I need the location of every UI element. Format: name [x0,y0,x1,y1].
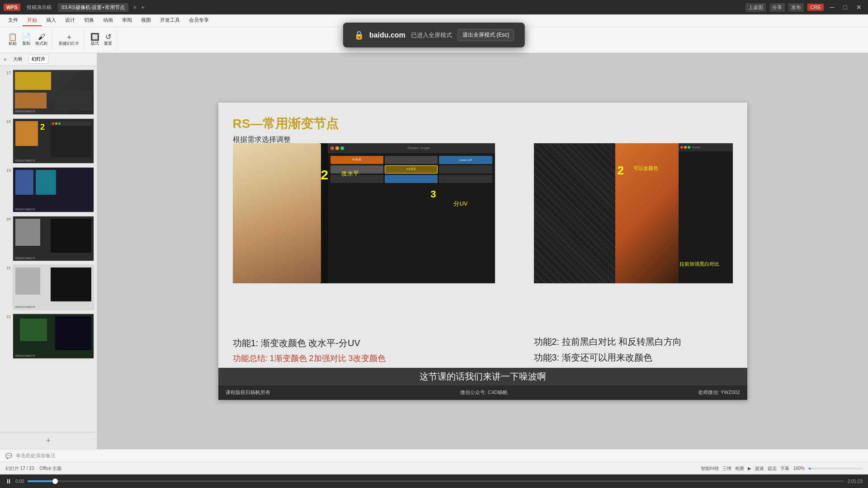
cre-button[interactable]: CRE [807,4,823,11]
copy-button[interactable]: 📄 复制 [20,33,33,47]
copy-icon: 📄 [22,33,31,41]
tab-current[interactable]: 03.RS摄像机-设置+常用节点 [58,3,128,12]
lock-icon: 🔒 [354,30,364,40]
exit-fullscreen-button[interactable]: 退出全屏模式 (Esc) [458,29,514,41]
ribbon-tab-review[interactable]: 审阅 [118,15,137,26]
new-slide-button[interactable]: ＋ 新建幻灯片 [57,33,81,47]
paste-button[interactable]: 📋 粘贴 [6,33,19,47]
ribbon-tab-file[interactable]: 文件 [4,15,23,26]
subtitle-text: 这节课的话我们来讲一下噪波啊 [420,371,546,383]
ribbon-group-slides: ＋ 新建幻灯片 [54,29,84,51]
ribbon-tab-design[interactable]: 设计 [61,15,80,26]
ribbon-tab-dev[interactable]: 开发工具 [156,15,184,26]
max-dot [340,146,344,150]
slide-thumb-20[interactable]: 课程版权归杨帆所有 [13,216,94,261]
maximize-button[interactable]: □ [841,4,850,11]
slide-item-17[interactable]: 17 RS常用渐变节点 课程版权归杨帆所有 [2,68,95,117]
total-time: 2:01:23 [848,479,863,484]
thumb-bust-19a [15,170,33,195]
thumb-inner-21: 课程版权归杨帆所有 [13,265,94,310]
ribbon-tab-home[interactable]: 开始 [23,15,42,26]
thumb-cloud-22 [20,319,47,341]
node-empty1 [385,156,438,164]
ribbon-group-clipboard: 📋 粘贴 📄 复制 🖌 格式刷 [4,29,52,51]
minimize-button[interactable]: ─ [827,4,837,11]
wps-logo[interactable]: WPS [4,4,20,11]
node-ramp-selected: RS渐变 [385,165,438,174]
format-painter-button[interactable]: 🖌 格式刷 [33,33,49,47]
func-section-left: 功能1: 渐变改颜色 改水平-分UV 功能总结: 1渐变颜色 2加强对比 3改变… [233,337,495,364]
thumb-bust-20 [15,219,40,246]
slide-item-18[interactable]: 18 2 课程版权归杨帆所有 [2,117,95,165]
thumb-inner-22: 课程版权归杨帆所有 [13,314,94,358]
annotation-color-right: 可以改颜色 [633,165,658,172]
top-bar-left: WPS 投稿演示稿 03.RS摄像机-设置+常用节点 ✕ + [4,3,744,12]
subtitle-bar: 这节课的话我们来讲一下噪波啊 [218,368,747,385]
slide-num-20: 20 [3,217,11,221]
current-time: 0:00 [15,479,24,484]
add-slide-button[interactable]: + [46,436,51,446]
footer-right-text: 老师微信: YWZ002 [698,389,740,396]
slide-thumb-18[interactable]: 2 课程版权归杨帆所有 [13,118,94,164]
content-area: RS—常用渐变节点 根据需求选择调整 [97,53,868,449]
zoom-slider[interactable] [808,468,863,469]
slide-title: RS—常用渐变节点 [233,115,339,132]
desktop-button[interactable]: 上桌面 [745,3,766,12]
min-dot [335,146,339,150]
wireframe-bust [534,143,615,283]
bust-color-block [233,143,321,283]
slide-thumb-21[interactable]: 课程版权归杨帆所有 [13,265,94,310]
ribbon-tab-insert[interactable]: 插入 [42,15,61,26]
node-5 [439,175,492,183]
comment-bar[interactable]: 💬 单击此处添加备注 [0,449,868,462]
playback-scrubber[interactable] [52,479,58,484]
notice-domain: baidu.com [369,31,406,39]
slide-item-22[interactable]: 22 课程版权归杨帆所有 [2,312,95,361]
tab-close-icon[interactable]: ✕ [133,5,137,10]
ribbon-tab-view[interactable]: 视图 [137,15,156,26]
playback-timeline[interactable] [28,480,844,482]
ribbon-tab-transition[interactable]: 切换 [80,15,99,26]
ribbon-tab-animation[interactable]: 动画 [99,15,118,26]
pause-button[interactable]: ⏸ [5,478,12,485]
slide-item-21[interactable]: 21 课程版权归杨帆所有 [2,263,95,312]
caption-button[interactable]: 字幕 [780,465,789,472]
annotation-uv-left: 分UV [453,200,467,208]
slide-image-right[interactable]: Shader 2 可以改颜色 拉前加强黑白对比 [534,143,733,283]
slide-item-19[interactable]: 19 课程版权归杨帆所有 [2,165,95,214]
tab-preview[interactable]: 投稿演示稿 [23,3,55,12]
layout-button[interactable]: 🔲 版式 [89,33,101,47]
node-rs: RS材质 [330,156,383,164]
slide-thumb-22[interactable]: 课程版权归杨帆所有 [13,314,94,359]
sidebar-outline-button[interactable]: 大纲 [10,55,25,63]
add-slide-area: + [0,432,97,449]
album-button[interactable]: 相册 [735,465,744,472]
slide-num-19: 19 [3,168,11,173]
close-button[interactable]: ✕ [854,4,864,11]
3d-button[interactable]: 三维 [722,465,731,472]
ribbon-tab-vip[interactable]: 会员专享 [184,15,213,26]
sidebar-slides-button[interactable]: 幻灯片 [28,55,48,64]
slide-image-left[interactable]: Shader Graph RS材质 Linear LUT RS渐变 [233,143,495,283]
share-button[interactable]: 分享 [769,3,785,12]
footer-center-text: 微信公众号: C4D杨帆 [460,389,508,396]
node-blue2 [385,175,438,183]
publish-button[interactable]: 发布 [788,3,804,12]
far-button[interactable]: 超远 [768,465,777,472]
slide-item-20[interactable]: 20 课程版权归杨帆所有 [2,214,95,263]
tab-add-button[interactable]: + [139,4,146,11]
thumb-graph-20 [51,219,91,253]
slide-canvas[interactable]: RS—常用渐变节点 根据需求选择调整 [218,103,747,400]
top-bar: WPS 投稿演示稿 03.RS摄像机-设置+常用节点 ✕ + 上桌面 分享 发布… [0,0,868,14]
thumb-inner-17: RS常用渐变节点 课程版权归杨帆所有 [13,70,94,114]
sidebar-collapse-button[interactable]: « [4,56,7,62]
smart-check[interactable]: 智能纠错 [701,465,719,472]
slide-thumb-19[interactable]: 课程版权归杨帆所有 [13,167,94,212]
play-button[interactable]: ▶ [748,466,751,471]
slide-thumb-17[interactable]: RS常用渐变节点 课程版权归杨帆所有 [13,70,94,115]
annotation-2-right: 2 [618,164,624,178]
status-bar: 幻灯片 17 / 23 Office 主题 智能纠错 三维 相册 ▶ 超速 超远… [0,462,868,474]
reset-button[interactable]: ↺ 重置 [102,33,114,47]
new-slide-icon: ＋ [66,33,73,41]
fast-button[interactable]: 超速 [755,465,764,472]
